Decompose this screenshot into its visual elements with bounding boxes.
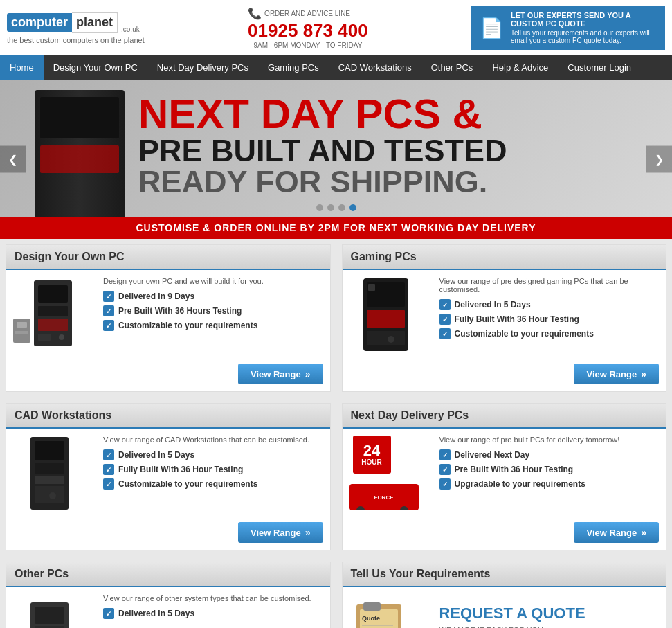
order-line-label: 📞 ORDER AND ADVICE LINE xyxy=(248,7,368,20)
check-icon-g1: ✓ xyxy=(439,299,451,310)
check-icon-2: ✓ xyxy=(103,305,114,316)
hero-line2: PRE BUILT AND TESTED xyxy=(138,135,507,166)
other-pcs-features: ✓Delivered In 5 Days xyxy=(103,608,323,619)
design-pc-body: Design your own PC and we will build it … xyxy=(6,270,330,360)
cad-title: CAD Workstations xyxy=(6,404,330,429)
delivery-van-icon: FORCE xyxy=(349,484,419,510)
gaming-pc-feature-1: ✓Delivered In 5 Days xyxy=(439,299,660,310)
quote-document-icon: 📄 xyxy=(480,17,504,39)
other-pcs-title: Other PCs xyxy=(6,562,330,587)
svg-rect-14 xyxy=(368,284,375,291)
hero-dot-2[interactable] xyxy=(327,204,334,211)
hero-banner: ❮ NEXT DAY PCs & PRE BUILT AND TESTED RE… xyxy=(0,80,672,239)
nav-item-home[interactable]: Home xyxy=(0,55,44,80)
nav-item-help-advice[interactable]: Help & Advice xyxy=(482,55,558,80)
cad-workstations-card: CAD Workstations View our range of CAD W… xyxy=(6,403,331,550)
other-pcs-desc: View our range of other system types tha… xyxy=(103,594,323,602)
next-day-pcs-card: Next Day Delivery PCs 24 HOUR FORCE View… xyxy=(342,403,667,550)
cad-body: View our range of CAD Workstations that … xyxy=(6,429,330,519)
nav-item-other-pcs[interactable]: Other PCs xyxy=(421,55,483,80)
check-icon-n1: ✓ xyxy=(439,449,451,460)
next-day-title: Next Day Delivery PCs xyxy=(343,404,666,429)
phone-area: 📞 ORDER AND ADVICE LINE 01925 873 400 9A… xyxy=(248,7,368,49)
svg-rect-3 xyxy=(38,319,68,331)
nav-item-cad-workstations[interactable]: CAD Workstations xyxy=(329,55,421,80)
nav-item-customer-login[interactable]: Customer Login xyxy=(558,55,641,80)
gaming-pc-footer: View Range » xyxy=(343,360,666,391)
gaming-pc-feature-2: ✓Fully Built With 36 Hour Testing xyxy=(439,314,660,325)
gaming-pc-content: View our range of pre designed gaming PC… xyxy=(439,277,660,346)
cad-feature-3: ✓Customizable to your requirements xyxy=(103,478,323,490)
hero-dot-3[interactable] xyxy=(338,204,345,211)
cad-image xyxy=(13,436,96,512)
nav-item-gaming-pcs[interactable]: Gaming PCs xyxy=(258,55,329,80)
other-pcs-body: View our range of other system types tha… xyxy=(6,587,330,628)
tell-us-title: Tell Us Your Requirements xyxy=(343,562,666,587)
design-pc-footer: View Range » xyxy=(6,360,330,391)
arrow-icon-g: » xyxy=(641,368,646,379)
cad-feature-2: ✓Fully Built With 36 Hour Testing xyxy=(103,464,323,475)
design-pc-view-range-button[interactable]: View Range » xyxy=(238,364,323,384)
cad-view-range-button[interactable]: View Range » xyxy=(238,522,323,543)
design-pc-content: Design your own PC and we will build it … xyxy=(103,277,323,338)
check-icon-1: ✓ xyxy=(103,291,114,302)
other-pcs-content: View our range of other system types tha… xyxy=(103,594,323,626)
nav-item-next-day-delivery-pcs[interactable]: Next Day Delivery PCs xyxy=(147,55,258,80)
cad-desc: View our range of CAD Workstations that … xyxy=(103,436,323,444)
design-pc-feature-3: ✓Customizable to your requirements xyxy=(103,320,323,331)
other-pcs-card: Other PCs View our range of other system… xyxy=(6,562,331,628)
hero-dots xyxy=(0,204,672,211)
svg-point-13 xyxy=(388,336,394,343)
gaming-pc-feature-3: ✓Customizable to your requirements xyxy=(439,328,660,339)
next-day-desc: View our range of pre built PCs for deli… xyxy=(439,436,660,444)
hero-line3: READY FOR SHIPPING. xyxy=(138,166,507,197)
quote-banner[interactable]: 📄 LET OUR EXPERTS SEND YOU A CUSTOM PC Q… xyxy=(471,6,665,50)
logo[interactable]: computer planet .co.uk xyxy=(7,12,145,33)
logo-tagline: the best custom computers on the planet xyxy=(7,36,145,44)
request-quote-cta[interactable]: REQUEST A QUOTE xyxy=(439,604,660,622)
cad-content: View our range of CAD Workstations that … xyxy=(103,436,323,496)
arrow-icon: » xyxy=(305,368,311,379)
tell-us-clipboard-img: Quote xyxy=(349,594,426,628)
phone-icon: 📞 xyxy=(248,7,262,20)
24hour-badge: 24 HOUR xyxy=(353,436,391,474)
design-pc-image xyxy=(13,277,96,353)
hero-bottom-bar: CUSTOMISE & ORDER ONLINE BY 2PM FOR NEXT… xyxy=(0,217,672,239)
next-day-features: ✓Delivered Next Day ✓Pre Built With 36 H… xyxy=(439,449,660,490)
gaming-pc-body: View our range of pre designed gaming PC… xyxy=(343,270,666,360)
hero-prev-button[interactable]: ❮ xyxy=(0,146,26,173)
gaming-pc-image xyxy=(349,277,433,353)
phone-number[interactable]: 01925 873 400 xyxy=(248,20,368,42)
svg-text:Quote: Quote xyxy=(362,615,380,622)
design-pc-desc: Design your own PC and we will build it … xyxy=(103,277,323,285)
main-navigation: Home Design Your Own PC Next Day Deliver… xyxy=(0,55,672,80)
other-pcs-tower-img xyxy=(13,594,89,628)
logo-planet-text: planet xyxy=(72,12,118,33)
svg-rect-17 xyxy=(35,463,64,474)
gaming-pcs-card: Gaming PCs View our range of pre designe… xyxy=(342,244,667,392)
gaming-pc-features: ✓Delivered In 5 Days ✓Fully Built With 3… xyxy=(439,299,660,339)
svg-rect-7 xyxy=(17,322,27,328)
hero-dot-4[interactable] xyxy=(349,204,356,211)
logo-couk-text: .co.uk xyxy=(121,26,140,33)
phone-hours: 9AM - 6PM MONDAY - TO FRIDAY xyxy=(248,42,368,49)
hero-next-button[interactable]: ❯ xyxy=(646,146,672,173)
arrow-icon-c: » xyxy=(305,527,311,538)
check-icon-g2: ✓ xyxy=(439,314,451,325)
other-pcs-feature-1: ✓Delivered In 5 Days xyxy=(103,608,323,619)
24-text: 24 xyxy=(363,443,380,458)
gaming-pc-view-range-button[interactable]: View Range » xyxy=(574,364,659,384)
check-icon-g3: ✓ xyxy=(439,328,451,339)
design-pc-title: Design Your Own PC xyxy=(6,245,330,270)
check-icon-o1: ✓ xyxy=(103,608,114,619)
hero-dot-1[interactable] xyxy=(316,204,323,211)
svg-rect-28 xyxy=(363,602,381,611)
nav-item-design-your-own-pc[interactable]: Design Your Own PC xyxy=(44,55,147,80)
next-day-view-range-button[interactable]: View Range » xyxy=(574,522,659,543)
design-pc-feature-2: ✓Pre Built With 36 Hours Testing xyxy=(103,305,323,316)
check-icon-c3: ✓ xyxy=(103,478,114,490)
check-icon-c1: ✓ xyxy=(103,449,114,460)
svg-rect-22 xyxy=(35,607,64,624)
svg-rect-1 xyxy=(38,285,68,303)
check-icon-n2: ✓ xyxy=(439,464,451,475)
